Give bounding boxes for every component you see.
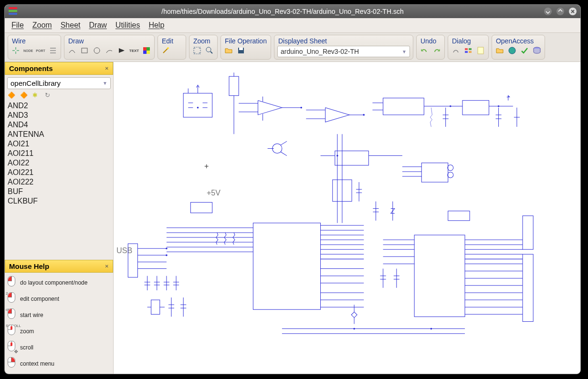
- mousehelp-label: edit component: [20, 296, 59, 302]
- svg-line-57: [281, 152, 287, 156]
- sidebar: Components ✕ openCellLibrary ▼ 🔶 🔶 ✱ ↻ A…: [5, 62, 114, 374]
- polygon-icon[interactable]: [117, 46, 126, 55]
- oa-open-icon[interactable]: [495, 46, 504, 55]
- menu-zoom[interactable]: Zoom: [32, 21, 52, 30]
- rect-icon[interactable]: [80, 46, 89, 55]
- mousehelp-header-label: Mouse Help: [9, 262, 49, 270]
- components-dialog-icon[interactable]: [463, 46, 473, 55]
- list-item[interactable]: ANTENNA: [7, 130, 111, 139]
- lib-view2-icon[interactable]: 🔶: [20, 92, 29, 99]
- maximize-button[interactable]: [556, 8, 564, 15]
- save-file-icon[interactable]: [236, 46, 246, 55]
- svg-rect-76: [253, 223, 320, 309]
- lib-view1-icon[interactable]: 🔶: [8, 92, 16, 99]
- lib-new-icon[interactable]: ✱: [32, 92, 41, 99]
- toolbar-group-dialog: Dialog: [448, 35, 489, 60]
- redo-icon[interactable]: [432, 46, 441, 55]
- svg-rect-10: [239, 48, 243, 50]
- library-toolbar: 🔶 🔶 ✱ ↻: [5, 92, 113, 101]
- components-panel-header: Components ✕: [5, 62, 113, 75]
- schematic-canvas[interactable]: + +5V: [114, 62, 580, 374]
- svg-rect-75: [190, 202, 212, 213]
- menu-file[interactable]: File: [11, 21, 24, 30]
- toolbar-group-undo: Undo: [416, 35, 445, 60]
- svg-rect-5: [147, 51, 150, 54]
- components-header-label: Components: [9, 64, 53, 72]
- mousehelp-row: ctrl start wire: [8, 307, 110, 323]
- svg-rect-100: [414, 235, 465, 317]
- list-item[interactable]: AND3: [7, 111, 111, 120]
- svg-point-161: [166, 254, 168, 256]
- list-item[interactable]: AOI221: [7, 168, 111, 177]
- menu-help[interactable]: Help: [148, 21, 164, 30]
- toolbar-label-displayed: Displayed Sheet: [277, 36, 410, 45]
- mouse-scroll-icon: SCROLL: [8, 325, 18, 338]
- list-item[interactable]: AOI222: [7, 177, 111, 187]
- app-logo-icon: [9, 7, 17, 16]
- menu-utilities[interactable]: Utilities: [116, 21, 140, 30]
- undo-icon[interactable]: [420, 46, 429, 55]
- list-item[interactable]: AND2: [7, 101, 111, 111]
- oa-disk-icon[interactable]: [532, 46, 542, 55]
- toolbar-label-wire: Wire: [11, 36, 58, 45]
- svg-rect-119: [523, 216, 533, 250]
- line-icon[interactable]: [67, 46, 77, 55]
- mousehelp-label: context menu: [20, 360, 54, 367]
- mouse-left-icon: [8, 276, 18, 289]
- list-item[interactable]: BUF: [7, 187, 111, 196]
- menu-sheet[interactable]: Sheet: [61, 21, 81, 30]
- svg-point-154: [197, 107, 199, 109]
- settings-icon[interactable]: [451, 46, 461, 55]
- lib-refresh-icon[interactable]: ↻: [45, 92, 53, 99]
- mouse-ctrl-left-icon: ctrl: [8, 308, 18, 322]
- window-controls: [544, 8, 577, 15]
- component-list[interactable]: AND2 AND3 AND4 ANTENNA AOI21 AOI211 AOI2…: [5, 101, 113, 260]
- svg-point-163: [430, 328, 432, 330]
- svg-point-1: [94, 48, 100, 53]
- port-icon[interactable]: PORT: [36, 46, 45, 55]
- list-item[interactable]: AOI21: [7, 139, 111, 149]
- oa-globe-icon[interactable]: [507, 46, 517, 55]
- list-item[interactable]: AND4: [7, 120, 111, 130]
- oa-check-icon[interactable]: [520, 46, 529, 55]
- toolbar-group-openaccess: OpenAccess: [492, 35, 545, 60]
- displayed-sheet-select[interactable]: arduino_Uno_Rev3-02-TH ▼: [277, 46, 410, 57]
- arc-icon[interactable]: [105, 46, 114, 55]
- open-file-icon[interactable]: [224, 46, 233, 55]
- bus-icon[interactable]: [48, 46, 58, 55]
- list-item[interactable]: CLKBUF: [7, 196, 111, 206]
- minimize-button[interactable]: [544, 8, 552, 15]
- notes-icon[interactable]: [476, 46, 485, 55]
- color-icon[interactable]: [142, 46, 151, 55]
- library-select[interactable]: openCellLibrary ▼: [7, 77, 111, 89]
- zoom-fit-icon[interactable]: [192, 46, 202, 55]
- text-icon[interactable]: TEXT: [129, 46, 139, 55]
- toolbar-label-draw: Draw: [67, 36, 151, 45]
- svg-rect-15: [478, 47, 483, 54]
- list-item[interactable]: AOI211: [7, 149, 111, 158]
- list-item[interactable]: AOI22: [7, 158, 111, 168]
- toolbar-group-wire: Wire NODE PORT: [8, 35, 61, 60]
- magic-wand-icon[interactable]: [161, 46, 170, 55]
- circle-icon[interactable]: [92, 46, 102, 55]
- node-icon[interactable]: NODE: [23, 46, 33, 55]
- zoom-in-icon[interactable]: [205, 46, 214, 55]
- close-panel-icon[interactable]: ✕: [105, 66, 109, 71]
- menubar: File Zoom Sheet Draw Utilities Help: [5, 18, 580, 33]
- mouse-right-icon: [8, 357, 18, 370]
- mousehelp-label: do layout component/node: [20, 279, 87, 286]
- toolbar-label-fileop: File Operation: [224, 36, 268, 45]
- svg-point-157: [363, 114, 365, 116]
- close-panel-icon[interactable]: ✕: [105, 264, 109, 269]
- svg-point-6: [167, 47, 169, 49]
- mousehelp-label: scroll: [20, 344, 33, 351]
- svg-point-158: [450, 105, 452, 107]
- svg-rect-18: [183, 93, 212, 117]
- svg-rect-2: [143, 47, 147, 51]
- toolbar-group-zoom: Zoom: [189, 35, 218, 60]
- close-button[interactable]: [569, 8, 577, 15]
- menu-draw[interactable]: Draw: [89, 21, 107, 30]
- wire-icon[interactable]: [11, 46, 21, 55]
- chevron-down-icon: ▼: [103, 81, 107, 86]
- library-value: openCellLibrary: [10, 79, 61, 87]
